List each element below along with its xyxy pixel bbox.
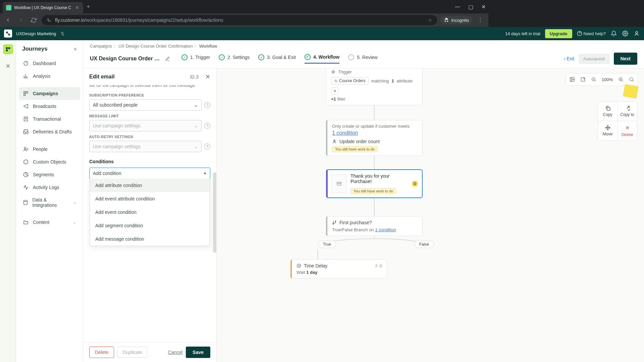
forward-button[interactable] (16, 15, 25, 25)
sidebar-item-transactional[interactable]: Transactional (19, 113, 80, 125)
close-window-icon[interactable]: ✕ (481, 4, 486, 10)
incognito-badge[interactable]: Incognito (440, 16, 472, 24)
conditions-title: Conditions (89, 159, 210, 164)
sidebar-item-deliveries[interactable]: Deliveries & Drafts (19, 125, 80, 138)
auto-retry-select[interactable]: Use campaign settings ⌄ (89, 141, 202, 152)
reload-button[interactable] (29, 15, 38, 25)
browser-titlebar: Workflow | UX Design Course C ✕ + — ▢ ✕ (0, 0, 488, 13)
step-settings[interactable]: ✓2. Settings (219, 54, 250, 63)
svg-point-23 (334, 140, 335, 141)
chart-icon (23, 73, 29, 79)
app-logo[interactable] (4, 29, 12, 38)
svg-rect-9 (26, 92, 28, 93)
trigger-chip[interactable]: Course Orders (331, 77, 369, 84)
sidebar-item-data-integrations[interactable]: Data & Integrations⌄ (19, 194, 80, 211)
condition-link[interactable]: 1 condition (375, 227, 396, 232)
bookmark-icon[interactable]: ☆ (428, 17, 432, 23)
suggestions-icon[interactable]: ✦ (331, 87, 338, 95)
browser-tab[interactable]: Workflow | UX Design Course C ✕ (3, 2, 83, 13)
condition-dropdown: Add attribute condition Add event attrib… (90, 179, 210, 246)
option-event-attribute-condition[interactable]: Add event attribute condition (90, 192, 210, 205)
message-limit-select[interactable]: Use campaign settings ⌄ (89, 120, 202, 131)
campaign-icon (23, 90, 29, 97)
svg-point-0 (48, 19, 49, 20)
trigger-filter-count[interactable]: +1 filter (331, 97, 418, 102)
workspace-name[interactable]: UXDesign Marketing (16, 31, 56, 36)
sidebar-item-activity-logs[interactable]: Activity Logs (19, 181, 80, 194)
rail-secondary-icon[interactable] (3, 61, 13, 71)
breadcrumb: Campaigns/ UX Design Course Order Confir… (83, 40, 488, 51)
sidebar-item-broadcasts[interactable]: Broadcasts (19, 100, 80, 113)
breadcrumb-campaigns[interactable]: Campaigns (90, 44, 112, 49)
time-delay-node[interactable]: Time Delay 0 Wait 1 day (290, 259, 387, 274)
tab-favicon (6, 5, 11, 10)
trigger-node[interactable]: Trigger Course Orders matching 1 attribu… (326, 68, 423, 105)
check-icon: ✓ (258, 54, 264, 60)
activity-icon (23, 184, 29, 190)
inbox-icon (23, 129, 29, 135)
check-icon: ✓ (181, 54, 187, 60)
back-button[interactable] (3, 15, 13, 25)
rail-journeys-icon[interactable] (3, 44, 13, 54)
draft-indicator-icon: D (412, 181, 418, 187)
message-limit-label: MESSAGE LIMIT (89, 114, 210, 118)
auto-retry-label: AUTO-RETRY SETTINGS (89, 135, 210, 139)
url-host: fly.customer.io (55, 17, 85, 23)
step-review[interactable]: 5. Review (348, 54, 377, 63)
email-node[interactable]: Thank you for your Purchase! You still h… (326, 169, 423, 198)
workflow-canvas[interactable]: 100% Copy Copy to Move ✕Delete Trigger (217, 68, 488, 274)
circle-icon (348, 54, 354, 60)
svg-point-25 (333, 223, 334, 225)
edit-title-icon[interactable] (165, 56, 170, 61)
sidebar-item-people[interactable]: People (19, 143, 80, 156)
folder-icon (23, 219, 29, 225)
branch-true-pill[interactable]: True (318, 241, 336, 248)
step-goal-exit[interactable]: ✓3. Goal & Exit (258, 54, 296, 63)
step-workflow[interactable]: ✓4. Workflow (305, 54, 339, 64)
option-message-condition[interactable]: Add message condition (90, 232, 210, 246)
help-icon[interactable]: ? (204, 123, 210, 129)
breadcrumb-campaign-name[interactable]: UX Design Course Order Confirmation (118, 44, 193, 49)
option-attribute-condition[interactable]: Add attribute condition (90, 179, 210, 192)
add-condition-select[interactable]: Add condition ▼ Add attribute condition … (89, 168, 210, 179)
step-trigger[interactable]: ✓1. Trigger (181, 54, 210, 63)
sidebar-collapse-icon[interactable]: « (74, 46, 77, 52)
tab-close-icon[interactable]: ✕ (74, 5, 80, 10)
close-panel-icon[interactable]: ✕ (205, 73, 210, 80)
sidebar-item-campaigns[interactable]: Campaigns (19, 87, 80, 100)
product-rail (0, 40, 16, 274)
option-event-condition[interactable]: Add event condition (90, 205, 210, 219)
database-icon (23, 199, 28, 205)
help-icon[interactable]: ? (204, 102, 210, 108)
megaphone-icon (23, 103, 29, 109)
delay-people-count: 0 (374, 263, 382, 268)
check-icon: ✓ (219, 54, 225, 60)
branch-false-pill[interactable]: False (414, 241, 434, 248)
sidebar: Journeys « Dashboard Analysis Campaigns … (16, 40, 83, 274)
url-bar[interactable]: fly.customer.io/workspaces/160831/journe… (42, 15, 437, 25)
site-info-icon[interactable] (46, 17, 52, 23)
sidebar-item-analysis[interactable]: Analysis (19, 70, 80, 82)
minimize-icon[interactable]: — (455, 4, 460, 10)
sidebar-item-custom-objects[interactable]: Custom Objects (19, 156, 80, 168)
option-segment-condition[interactable]: Add segment condition (90, 219, 210, 232)
maximize-icon[interactable]: ▢ (468, 4, 473, 10)
workspace-switcher-icon[interactable]: ⇅ (61, 31, 64, 36)
sidebar-item-segments[interactable]: Segments (19, 168, 80, 181)
branch-node[interactable]: First purchase? True/False Branch on 1 c… (326, 216, 423, 236)
sidebar-item-dashboard[interactable]: Dashboard (19, 57, 80, 70)
email-node-title: Thank you for your Purchase! (351, 173, 408, 184)
id-link[interactable]: ID: 9 (190, 74, 199, 79)
update-attribute-node[interactable]: Only create or update if customer meets … (326, 120, 423, 156)
subscription-preference-select[interactable]: All subscribed people ⌄ (89, 99, 202, 111)
caret-down-icon: ▼ (203, 172, 207, 175)
browser-menu-icon[interactable]: ⋮ (476, 15, 485, 25)
help-icon[interactable]: ? (204, 143, 210, 149)
sidebar-item-content[interactable]: Content⌄ (19, 216, 80, 229)
scrollbar[interactable] (213, 172, 216, 253)
new-tab-button[interactable]: + (87, 3, 90, 10)
condition-link[interactable]: 1 condition (332, 130, 358, 136)
browser-toolbar: fly.customer.io/workspaces/160831/journe… (0, 13, 488, 27)
svg-rect-8 (24, 92, 25, 93)
window-controls: — ▢ ✕ (455, 4, 486, 10)
